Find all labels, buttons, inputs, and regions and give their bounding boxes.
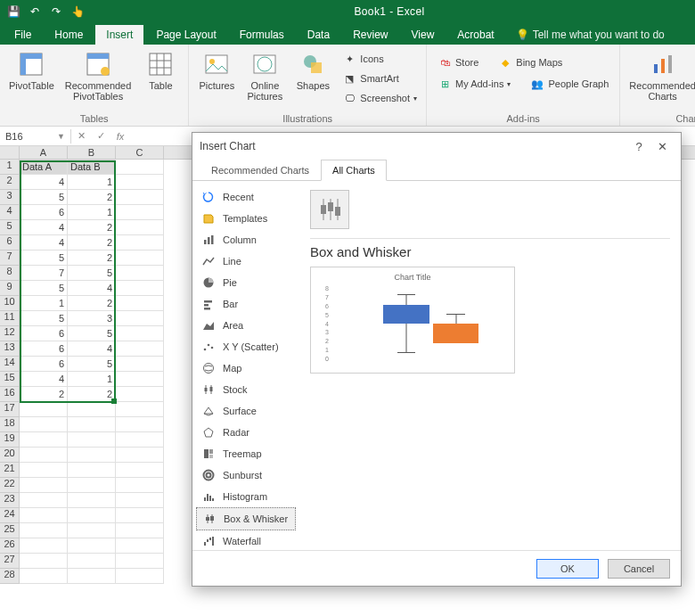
cell[interactable]: 1 <box>68 205 116 220</box>
row-header[interactable]: 15 <box>0 372 20 387</box>
cell[interactable]: 2 <box>68 235 116 251</box>
cell[interactable]: 1 <box>68 175 116 190</box>
cell[interactable] <box>116 235 164 251</box>
shapes-button[interactable]: Shapes <box>290 48 335 109</box>
touch-mode-icon[interactable]: 👆 <box>68 3 87 21</box>
chart-type-treemap[interactable]: Treemap <box>196 443 296 464</box>
cell[interactable] <box>116 478 164 493</box>
cell[interactable]: 4 <box>20 175 68 190</box>
cell[interactable] <box>116 372 164 387</box>
chart-type-recent[interactable]: Recent <box>196 186 296 208</box>
cell[interactable] <box>20 508 68 523</box>
screenshot-button[interactable]: 🖵 Screenshot ▾ <box>339 89 421 107</box>
cell[interactable] <box>116 448 164 463</box>
cell[interactable] <box>116 357 164 372</box>
cell[interactable]: 2 <box>68 296 116 311</box>
my-addins-button[interactable]: ⊞ My Add-ins ▾ <box>434 75 514 93</box>
row-header[interactable]: 2 <box>0 175 20 190</box>
row-header[interactable]: 10 <box>0 296 20 311</box>
cell[interactable]: 3 <box>68 311 116 326</box>
cell[interactable] <box>68 538 116 554</box>
col-header-B[interactable]: B <box>68 146 116 159</box>
cell[interactable] <box>20 493 68 508</box>
row-header[interactable]: 21 <box>0 463 20 478</box>
cell[interactable] <box>68 448 116 463</box>
cell[interactable] <box>116 554 164 569</box>
cell[interactable] <box>116 251 164 266</box>
undo-icon[interactable]: ↶ <box>25 3 45 21</box>
chart-type-histogram[interactable]: Histogram <box>196 486 296 507</box>
cancel-formula-icon[interactable]: ✕ <box>71 130 91 142</box>
cell[interactable] <box>116 432 164 448</box>
close-icon[interactable]: ✕ <box>650 140 674 153</box>
recommended-pivottables-button[interactable]: Recommended PivotTables <box>61 48 135 103</box>
cell[interactable] <box>116 175 164 190</box>
cell[interactable] <box>116 266 164 281</box>
row-header[interactable]: 28 <box>0 569 20 584</box>
row-header[interactable]: 4 <box>0 205 20 220</box>
fx-icon[interactable]: fx <box>110 131 130 142</box>
cell[interactable] <box>116 311 164 326</box>
tab-data[interactable]: Data <box>297 25 340 45</box>
tab-file[interactable]: File <box>4 25 42 45</box>
cell[interactable]: Data B <box>68 160 116 175</box>
row-header[interactable]: 23 <box>0 493 20 508</box>
tab-view[interactable]: View <box>401 25 446 45</box>
tab-insert[interactable]: Insert <box>95 25 143 45</box>
cell[interactable]: 2 <box>68 190 116 205</box>
cell[interactable] <box>20 554 68 569</box>
pictures-button[interactable]: Pictures <box>194 48 239 109</box>
cell[interactable] <box>116 326 164 341</box>
icons-button[interactable]: ✦ Icons <box>339 50 421 68</box>
row-header[interactable]: 24 <box>0 508 20 523</box>
row-header[interactable]: 18 <box>0 417 20 432</box>
cell[interactable]: 4 <box>68 341 116 357</box>
tell-me[interactable]: 💡 Tell me what you want to do <box>507 25 674 45</box>
cell[interactable] <box>116 387 164 402</box>
store-button[interactable]: 🛍 Store <box>434 53 482 71</box>
cell[interactable]: 2 <box>68 387 116 402</box>
cell[interactable] <box>68 554 116 569</box>
pivottable-button[interactable]: PivotTable <box>5 48 58 103</box>
enter-formula-icon[interactable]: ✓ <box>91 130 110 142</box>
online-pictures-button[interactable]: Online Pictures <box>242 48 287 109</box>
chart-type-stock[interactable]: Stock <box>196 379 296 400</box>
cell[interactable] <box>20 569 68 584</box>
row-header[interactable]: 27 <box>0 554 20 569</box>
cell[interactable]: 4 <box>20 220 68 235</box>
chart-type-templates[interactable]: Templates <box>196 208 296 229</box>
select-all-corner[interactable] <box>0 146 20 159</box>
row-header[interactable]: 3 <box>0 190 20 205</box>
chart-type-area[interactable]: Area <box>196 315 296 336</box>
cell[interactable]: 2 <box>68 220 116 235</box>
cell[interactable] <box>20 478 68 493</box>
chart-type-box[interactable]: Box & Whisker <box>196 507 296 530</box>
smartart-button[interactable]: ⬔ SmartArt <box>339 70 421 87</box>
col-header-C[interactable]: C <box>116 146 164 159</box>
chart-type-map[interactable]: Map <box>196 357 296 379</box>
cell[interactable] <box>20 523 68 538</box>
cell[interactable] <box>20 432 68 448</box>
cell[interactable]: Data A <box>20 160 68 175</box>
cell[interactable] <box>68 569 116 584</box>
cell[interactable]: 6 <box>20 341 68 357</box>
row-header[interactable]: 26 <box>0 538 20 554</box>
people-graph-button[interactable]: 👥 People Graph <box>527 75 612 93</box>
cell[interactable] <box>116 508 164 523</box>
row-header[interactable]: 13 <box>0 341 20 357</box>
cell[interactable]: 4 <box>20 235 68 251</box>
cell[interactable]: 5 <box>68 326 116 341</box>
chart-subtype-button[interactable] <box>310 190 349 229</box>
cell[interactable]: 6 <box>20 326 68 341</box>
chart-type-bar[interactable]: Bar <box>196 293 296 315</box>
chart-type-line[interactable]: Line <box>196 251 296 272</box>
cell[interactable] <box>68 417 116 432</box>
cell[interactable] <box>116 538 164 554</box>
cell[interactable] <box>20 538 68 554</box>
cell[interactable]: 6 <box>20 357 68 372</box>
row-header[interactable]: 25 <box>0 523 20 538</box>
cell[interactable] <box>116 190 164 205</box>
row-header[interactable]: 17 <box>0 402 20 417</box>
save-icon[interactable]: 💾 <box>4 3 23 21</box>
cell[interactable]: 5 <box>20 251 68 266</box>
